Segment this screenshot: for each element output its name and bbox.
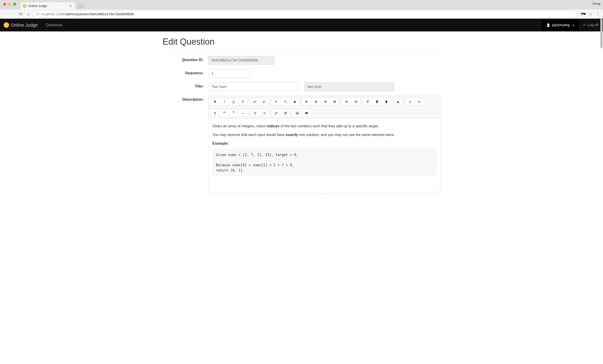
svg-point-2 bbox=[254, 114, 254, 114]
window-controls bbox=[3, 3, 16, 6]
editor-content[interactable]: Given an array of integers, return indic… bbox=[208, 119, 440, 192]
browser-toolbar: ← → ⟳ ⌂ i localhost:12080/admin/question… bbox=[0, 10, 603, 19]
indent-button[interactable] bbox=[351, 98, 360, 106]
video-button[interactable] bbox=[302, 109, 311, 117]
app-navbar: Online Judge Questions jojozhuang Log of… bbox=[0, 19, 603, 31]
page-title: Edit Question bbox=[162, 37, 441, 50]
unlink-button[interactable] bbox=[280, 109, 290, 117]
ordered-list-button[interactable]: 123 bbox=[259, 109, 269, 117]
url-text: localhost:12080/admin/question/5b424fb51… bbox=[41, 12, 134, 16]
password-key-icon[interactable] bbox=[580, 11, 586, 17]
example-code-block: Given nums = [2, 7, 11, 15], target = 9,… bbox=[212, 149, 436, 176]
window-maximize-button[interactable] bbox=[13, 3, 16, 6]
align-center-button[interactable] bbox=[311, 98, 321, 106]
underline-button[interactable]: U bbox=[229, 98, 238, 106]
superscript-button[interactable]: x2 bbox=[250, 98, 260, 106]
user-dropdown[interactable]: jojozhuang bbox=[542, 19, 579, 31]
label-sequence: Sequence: bbox=[162, 69, 208, 75]
tab-close-icon[interactable]: × bbox=[69, 4, 72, 8]
font-size-button[interactable]: A bbox=[271, 98, 281, 106]
window-minimize-button[interactable] bbox=[8, 3, 11, 6]
rich-text-editor: B I U S x2 x2 A bbox=[208, 96, 441, 194]
outdent-button[interactable] bbox=[342, 98, 351, 106]
site-info-icon[interactable]: i bbox=[36, 12, 39, 16]
unordered-list-button[interactable] bbox=[250, 109, 260, 117]
reload-button[interactable]: ⟳ bbox=[18, 11, 24, 17]
slug-input bbox=[304, 82, 394, 91]
caret-down-icon bbox=[571, 23, 574, 27]
label-description: Description: bbox=[162, 96, 208, 102]
address-bar[interactable]: i localhost:12080/admin/question/5b424fb… bbox=[33, 11, 577, 18]
brand-icon bbox=[4, 22, 9, 28]
page-viewport[interactable]: Online Judge Questions jojozhuang Log of… bbox=[0, 19, 603, 364]
blockquote-close-button[interactable]: ” bbox=[229, 109, 238, 117]
label-title: Title: bbox=[162, 82, 208, 88]
paragraph-style-button[interactable]: ¶ bbox=[210, 109, 220, 117]
eraser-button[interactable] bbox=[393, 98, 403, 106]
logoff-label: Log off bbox=[587, 23, 598, 27]
user-icon bbox=[546, 23, 550, 27]
editor-resize-handle[interactable]: • • • • • bbox=[208, 192, 440, 194]
browser-menu-icon[interactable]: ⋮ bbox=[595, 11, 601, 17]
tab-title: Online Judge bbox=[28, 4, 67, 8]
description-paragraph-1: Given an array of integers, return indic… bbox=[212, 123, 436, 129]
description-paragraph-2: You may assume that each input would hav… bbox=[212, 132, 436, 138]
bookmark-star-icon[interactable]: ☆ bbox=[588, 11, 593, 17]
strikethrough-button[interactable]: S bbox=[238, 98, 248, 106]
link-button[interactable] bbox=[271, 109, 281, 117]
editor-toolbar: B I U S x2 x2 A bbox=[208, 96, 440, 119]
svg-point-0 bbox=[254, 112, 254, 112]
browser-tab[interactable]: Online Judge × bbox=[21, 2, 75, 10]
username: jojozhuang bbox=[552, 23, 569, 27]
tab-favicon bbox=[23, 4, 26, 8]
align-justify-button[interactable] bbox=[330, 98, 339, 106]
subscript-button[interactable]: x2 bbox=[259, 98, 269, 106]
brand-text: Online Judge bbox=[11, 23, 38, 28]
sequence-input[interactable] bbox=[208, 69, 250, 78]
redo-button[interactable] bbox=[415, 98, 424, 106]
svg-text:3: 3 bbox=[263, 113, 264, 114]
svg-point-7 bbox=[297, 113, 297, 113]
image-button[interactable] bbox=[292, 109, 302, 117]
align-left-button[interactable] bbox=[302, 98, 311, 106]
cut-button[interactable] bbox=[363, 98, 372, 106]
logoff-link[interactable]: Log off bbox=[579, 19, 603, 31]
horizontal-rule-button[interactable]: — bbox=[238, 109, 248, 117]
title-input[interactable] bbox=[208, 82, 298, 91]
copy-button[interactable] bbox=[372, 98, 382, 106]
label-question-id: Question ID: bbox=[162, 56, 208, 62]
nav-link-questions[interactable]: Questions bbox=[42, 19, 67, 31]
window-close-button[interactable] bbox=[3, 3, 6, 6]
brand[interactable]: Online Judge bbox=[4, 19, 42, 31]
new-tab-button[interactable] bbox=[77, 4, 84, 9]
italic-button[interactable]: I bbox=[220, 98, 229, 106]
logout-icon bbox=[583, 23, 585, 27]
svg-point-1 bbox=[254, 113, 254, 113]
delete-button[interactable] bbox=[382, 98, 391, 106]
font-color-button[interactable]: T| bbox=[280, 98, 290, 106]
highlight-color-button[interactable] bbox=[290, 98, 300, 106]
bold-button[interactable]: B bbox=[210, 98, 220, 106]
blockquote-open-button[interactable]: “ bbox=[220, 109, 229, 117]
undo-button[interactable] bbox=[405, 98, 415, 106]
back-button[interactable]: ← bbox=[2, 11, 8, 17]
align-right-button[interactable] bbox=[320, 98, 330, 106]
browser-titlebar: Rong Online Judge × bbox=[0, 0, 603, 10]
example-label: Example: bbox=[212, 141, 436, 146]
scrollbar[interactable] bbox=[600, 19, 603, 48]
profile-name[interactable]: Rong bbox=[593, 2, 600, 5]
question-id-input bbox=[208, 56, 274, 65]
home-button[interactable]: ⌂ bbox=[25, 11, 31, 17]
forward-button[interactable]: → bbox=[10, 11, 16, 17]
